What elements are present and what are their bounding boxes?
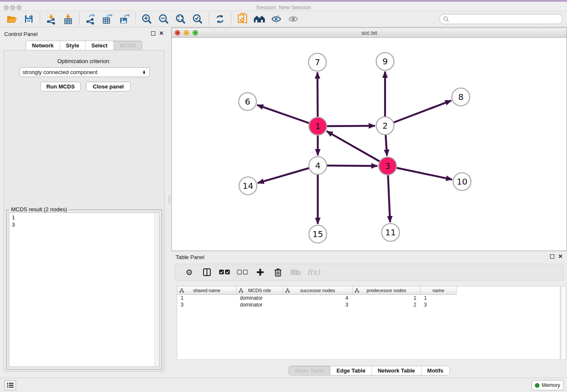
save-session-icon[interactable]: [20, 12, 37, 26]
graph-node-15[interactable]: 15: [309, 225, 327, 243]
tab-network-table[interactable]: Network Table: [372, 366, 421, 375]
network-window-titlebar[interactable]: ✕ − + scc.txt: [172, 28, 567, 38]
cell-name[interactable]: 3: [421, 301, 457, 308]
tab-motifs[interactable]: Motifs: [421, 366, 449, 375]
tab-node-table[interactable]: Node Table: [289, 366, 330, 375]
graph-edge-3-1[interactable]: [327, 131, 388, 166]
graph-node-11[interactable]: 11: [382, 224, 399, 241]
tab-select[interactable]: Select: [85, 41, 113, 50]
export-table-icon[interactable]: [99, 12, 116, 26]
graph-node-6[interactable]: 6: [239, 93, 256, 110]
control-panel-tabs: NetworkStyleSelectMCDS: [0, 41, 168, 50]
zoom-out-icon[interactable]: [155, 12, 172, 26]
graph-node-10[interactable]: 10: [453, 173, 471, 190]
cell-MCDS-role[interactable]: dominator: [237, 295, 283, 301]
table-panel-header: Table Panel ✕: [171, 252, 567, 264]
criterion-dropdown[interactable]: strongly connected component ▲▼: [19, 67, 150, 77]
close-panel-icon[interactable]: ✕: [159, 31, 164, 36]
node-label: 3: [385, 161, 391, 171]
column-header-shared-name[interactable]: shared name: [177, 287, 237, 295]
export-image-icon[interactable]: [116, 12, 133, 26]
vertical-splitter[interactable]: [168, 195, 170, 204]
mcds-result-area[interactable]: 1 3: [9, 213, 160, 367]
table-row[interactable]: 1dominator411: [177, 295, 560, 301]
select-all-columns-icon[interactable]: [219, 267, 230, 278]
tab-style[interactable]: Style: [60, 41, 85, 50]
graph-node-7[interactable]: 7: [308, 53, 326, 71]
toolbar-separator: [135, 13, 136, 25]
node-label: 8: [458, 92, 464, 102]
homes-icon[interactable]: [251, 12, 268, 26]
export-network-icon[interactable]: [82, 12, 99, 26]
column-header-successor-nodes[interactable]: successor nodes: [283, 287, 352, 295]
node-table: shared nameMCDS rolesuccessor nodesprede…: [177, 286, 560, 360]
open-session-icon[interactable]: [3, 12, 20, 26]
result-scrollbar[interactable]: [154, 213, 159, 367]
graph-node-14[interactable]: 14: [239, 177, 257, 195]
search-icon: [443, 16, 449, 22]
task-history-button[interactable]: [4, 380, 16, 390]
graph-node-1[interactable]: 1: [309, 117, 327, 135]
float-panel-icon[interactable]: [550, 254, 554, 259]
tab-edge-table[interactable]: Edge Table: [330, 366, 371, 375]
column-header-name[interactable]: name: [421, 287, 457, 295]
graph-node-9[interactable]: 9: [376, 52, 394, 70]
zoom-selected-icon[interactable]: [189, 12, 206, 26]
graph-edge-1-6[interactable]: [257, 105, 318, 126]
node-label: 2: [383, 121, 388, 131]
zoom-fit-icon[interactable]: [172, 12, 189, 26]
network-graph: 1234678910111415: [172, 38, 567, 251]
graph-edge-3-10[interactable]: [388, 166, 452, 179]
cell-shared-name[interactable]: 1: [177, 295, 237, 301]
delete-column-icon[interactable]: [272, 267, 284, 278]
close-panel-button[interactable]: Close panel: [86, 82, 131, 91]
show-graphics-details-icon[interactable]: [285, 12, 302, 26]
float-panel-icon[interactable]: [151, 31, 155, 36]
memory-button[interactable]: Memory: [531, 380, 564, 390]
delete-table-icon: [290, 267, 301, 278]
unselect-all-columns-icon[interactable]: [237, 267, 248, 278]
cell-successor-nodes[interactable]: 3: [283, 301, 352, 308]
cell-successor-nodes[interactable]: 4: [283, 295, 352, 301]
import-network-icon[interactable]: [43, 12, 60, 26]
search-box[interactable]: [439, 14, 563, 24]
control-panel-header: Control Panel ✕: [0, 29, 168, 41]
table-settings-icon[interactable]: ⚙: [184, 267, 195, 278]
tab-network[interactable]: Network: [26, 41, 60, 50]
network-canvas[interactable]: 1234678910111415: [172, 38, 567, 251]
run-mcds-button[interactable]: Run MCDS: [40, 82, 81, 91]
control-panel: Control Panel ✕ NetworkStyleSelectMCDS O…: [0, 29, 168, 377]
app-titlebar: Session: New Session: [0, 0, 567, 11]
toolbar-separator: [40, 13, 40, 25]
graph-node-3[interactable]: 3: [379, 157, 396, 175]
search-input[interactable]: [449, 15, 562, 23]
graph-node-8[interactable]: 8: [452, 88, 470, 106]
refresh-layout-icon[interactable]: [212, 12, 228, 26]
hide-graphics-details-icon[interactable]: [268, 12, 285, 26]
graph-node-2[interactable]: 2: [376, 117, 394, 135]
table-tabs: Node TableEdge TableNetwork TableMotifs: [171, 366, 567, 375]
graph-edge-2-8[interactable]: [385, 101, 451, 126]
table-scrollbar[interactable]: [561, 286, 566, 360]
column-header-MCDS-role[interactable]: MCDS role: [237, 287, 283, 295]
mcds-result-box: MCDS result (2 nodes) 1 3: [6, 210, 162, 370]
close-panel-icon[interactable]: ✕: [558, 254, 563, 259]
zoom-in-icon[interactable]: [138, 12, 155, 26]
add-column-icon[interactable]: [255, 267, 266, 278]
tab-group: Node TableEdge TableNetwork TableMotifs: [289, 366, 450, 375]
cell-shared-name[interactable]: 3: [177, 301, 237, 308]
import-table-icon[interactable]: [60, 12, 77, 26]
cell-predecessor-nodes[interactable]: 2: [352, 301, 421, 308]
graph-node-4[interactable]: 4: [309, 157, 327, 174]
main-toolbar: [0, 11, 567, 27]
table-body: 1dominator4113dominator323: [177, 295, 560, 308]
cell-predecessor-nodes[interactable]: 1: [352, 295, 421, 301]
cell-name[interactable]: 1: [421, 295, 457, 301]
column-layout-icon[interactable]: [201, 267, 212, 278]
network-window-title: scc.txt: [172, 30, 567, 36]
table-row[interactable]: 3dominator323: [177, 301, 560, 308]
cell-MCDS-role[interactable]: dominator: [237, 301, 283, 308]
column-header-predecessor-nodes[interactable]: predecessor nodes: [352, 287, 421, 295]
tab-mcds[interactable]: MCDS: [113, 41, 142, 50]
network-file-icon[interactable]: [234, 12, 251, 26]
